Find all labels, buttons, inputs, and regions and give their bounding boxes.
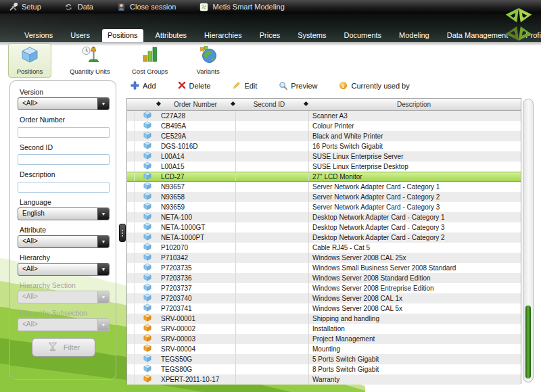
- version-select[interactable]: <All> ▼: [18, 97, 110, 110]
- table-row[interactable]: P7203740Windows Server 2008 CAL 1x: [127, 293, 521, 303]
- row-selector-cell[interactable]: [127, 141, 135, 151]
- vertical-scrollbar[interactable]: [523, 99, 534, 383]
- row-selector-cell[interactable]: [127, 364, 135, 374]
- row-selector-cell[interactable]: [127, 192, 135, 202]
- table-row[interactable]: P7203741Windows Server 2008 CAL 5x: [127, 303, 521, 314]
- description-input[interactable]: [18, 182, 110, 193]
- table-row[interactable]: N93657Server Network Adapter Card - Cate…: [127, 182, 521, 192]
- hierarchy-select[interactable]: <All> ▼: [18, 263, 110, 276]
- menu-item-data[interactable]: Data: [64, 2, 93, 11]
- row-selector-cell[interactable]: [127, 172, 135, 181]
- table-row[interactable]: P7203737Windows Server 2008 Entreprise E…: [127, 283, 521, 293]
- column-header-second-id[interactable]: Second ID: [234, 99, 304, 110]
- table-row[interactable]: LCD-2727" LCD Monitor: [127, 172, 521, 182]
- table-row[interactable]: NETA-1000PTDesktop Network Adapter Card …: [127, 232, 521, 243]
- menu-item-label: Setup: [22, 3, 41, 11]
- tab-positions[interactable]: Positions: [102, 29, 143, 42]
- table-row[interactable]: P710342Windows Server 2008 CAL 25x: [127, 253, 521, 263]
- ribbon-button-positions[interactable]: Positions: [8, 43, 51, 78]
- tab-attributes[interactable]: Attributes: [150, 29, 192, 42]
- order-number-cell: SRV-00004: [160, 344, 235, 354]
- ribbon-button-variants[interactable]: Variants: [187, 43, 230, 78]
- toolbar-button-edit[interactable]: Edit: [232, 81, 257, 91]
- row-selector-cell[interactable]: [127, 182, 135, 192]
- row-selector-cell[interactable]: [127, 202, 135, 212]
- table-row[interactable]: SRV-00004Mounting: [127, 344, 521, 354]
- row-selector-cell[interactable]: [127, 253, 135, 263]
- row-selector-cell[interactable]: [127, 324, 135, 334]
- menu-item-setup[interactable]: Setup: [8, 2, 41, 11]
- table-row[interactable]: TEGS80G8 Ports Switch Gigabit: [127, 364, 521, 374]
- table-row[interactable]: CB495AColour Printer: [127, 121, 521, 131]
- panel-splitter-handle[interactable]: [119, 224, 126, 242]
- table-row[interactable]: P7203735Windows Small Business Server 20…: [127, 263, 521, 273]
- menu-item-metis-smart-modeling[interactable]: Metis Smart Modeling: [199, 2, 284, 11]
- language-select[interactable]: English ▼: [18, 207, 110, 220]
- toolbar-button-currently-used-by[interactable]: iCurrently used by: [339, 81, 409, 91]
- table-row[interactable]: NETA-100Desktop Network Adapter Card - C…: [127, 212, 521, 222]
- table-row[interactable]: XPERT-2011-10-17Warranty: [127, 374, 521, 385]
- row-selector-cell[interactable]: [127, 273, 135, 283]
- table-row[interactable]: DGS-1016D16 Ports Switch Gigabit: [127, 141, 521, 151]
- tab-prices[interactable]: Prices: [254, 29, 286, 42]
- table-row[interactable]: CE529ABlack and White Printer: [127, 131, 521, 141]
- second-id-input[interactable]: [18, 154, 110, 165]
- tab-systems[interactable]: Systems: [292, 29, 331, 42]
- toolbar-button-add[interactable]: Add: [131, 81, 156, 91]
- toolbar-button-preview[interactable]: Preview: [279, 81, 317, 91]
- row-selector-cell[interactable]: [127, 314, 135, 324]
- column-header-description[interactable]: Description: [307, 99, 521, 110]
- table-row[interactable]: TEGS50G5 Ports Switch Gigabit: [127, 354, 521, 364]
- table-row[interactable]: L00A14SUSE Linux Enterprise Server: [127, 151, 521, 162]
- order-number-input[interactable]: [18, 127, 110, 138]
- row-selector-cell[interactable]: [127, 303, 135, 314]
- row-selector-cell[interactable]: [127, 131, 135, 141]
- description-cell: Windows Server 2008 CAL 5x: [308, 303, 521, 314]
- tab-documents[interactable]: Documents: [338, 29, 387, 42]
- table-row[interactable]: C27A28Scanner A3: [127, 111, 521, 121]
- row-selector-cell[interactable]: [127, 283, 135, 293]
- tab-users[interactable]: Users: [65, 29, 95, 42]
- toolbar-button-delete[interactable]: Delete: [178, 81, 211, 91]
- row-selector-cell[interactable]: [127, 232, 135, 243]
- order-number-cell: P7203740: [160, 293, 235, 303]
- cube-blue-icon: [143, 151, 151, 162]
- order-number-cell: CB495A: [160, 121, 235, 131]
- chevron-down-icon: ▼: [97, 264, 109, 275]
- table-row[interactable]: SRV-00001Shipping and handling: [127, 314, 521, 324]
- table-row[interactable]: SRV-00002Installation: [127, 324, 521, 334]
- menu-item-close-session[interactable]: Close session: [116, 2, 176, 11]
- tab-modeling[interactable]: Modeling: [394, 29, 435, 42]
- scrollbar-thumb[interactable]: [525, 305, 531, 378]
- order-number-cell: P7203736: [160, 273, 235, 283]
- row-selector-cell[interactable]: [127, 222, 135, 232]
- table-row[interactable]: P102070Cable RJ45 - Cat 5: [127, 243, 521, 253]
- row-selector-cell[interactable]: [127, 243, 135, 253]
- ribbon-button-quantity-units[interactable]: Quantity Units: [66, 43, 114, 78]
- row-selector-cell[interactable]: [127, 121, 135, 131]
- row-selector-cell[interactable]: [127, 374, 135, 385]
- tab-hierarchies[interactable]: Hierarchies: [199, 29, 248, 42]
- row-selector-cell[interactable]: [127, 334, 135, 344]
- table-row[interactable]: L00A15SUSE Linux Enterprise Desktop: [127, 162, 521, 172]
- row-selector-cell[interactable]: [127, 344, 135, 354]
- row-selector-cell[interactable]: [127, 111, 135, 121]
- tab-versions[interactable]: Versions: [19, 29, 58, 42]
- row-icon-cell: [135, 253, 160, 263]
- table-row[interactable]: N93659Server Network Adapter Card - Cate…: [127, 202, 521, 212]
- order-number-cell: P7203735: [160, 263, 235, 273]
- row-icon-cell: [135, 212, 160, 222]
- row-selector-cell[interactable]: [127, 293, 135, 303]
- table-row[interactable]: NETA-1000GTDesktop Network Adapter Card …: [127, 222, 521, 232]
- row-selector-cell[interactable]: [127, 162, 135, 172]
- table-row[interactable]: N93658Server Network Adapter Card - Cate…: [127, 192, 521, 202]
- row-selector-cell[interactable]: [127, 354, 135, 364]
- table-row[interactable]: P7203736Windows Server 2008 Standard Edi…: [127, 273, 521, 283]
- row-selector-cell[interactable]: [127, 151, 135, 162]
- attribute-select[interactable]: <All> ▼: [18, 235, 110, 248]
- table-row[interactable]: SRV-00003Project Management: [127, 334, 521, 344]
- row-selector-cell[interactable]: [127, 263, 135, 273]
- ribbon-button-cost-groups[interactable]: Cost Groups: [128, 43, 172, 78]
- row-selector-cell[interactable]: [127, 212, 135, 222]
- column-header-order-number[interactable]: Order Number: [160, 99, 231, 110]
